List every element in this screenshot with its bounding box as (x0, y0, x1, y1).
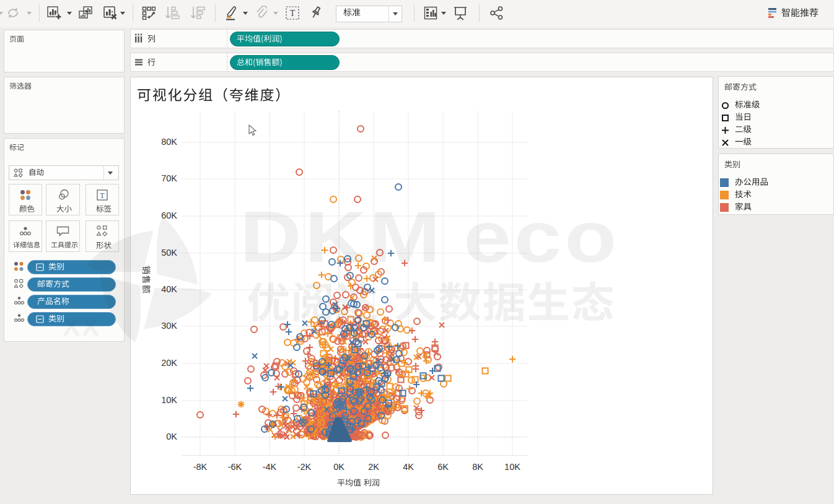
svg-text:T: T (100, 192, 104, 199)
svg-text:T: T (290, 9, 296, 18)
